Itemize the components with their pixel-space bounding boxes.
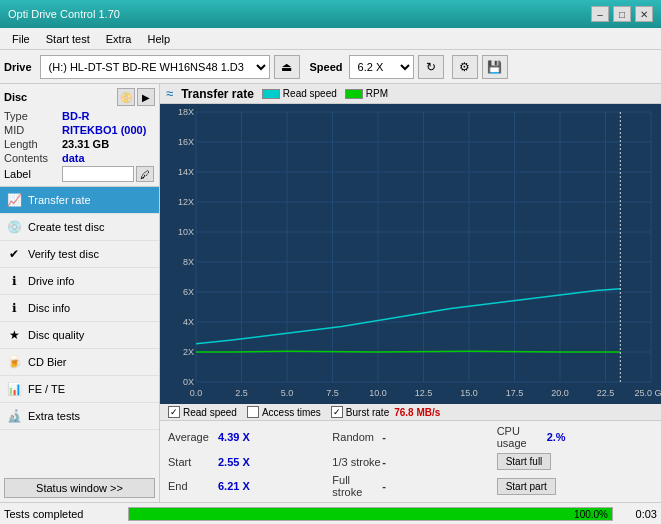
disc-icon-btn-1[interactable]: 📀	[117, 88, 135, 106]
fe-te-icon: 📊	[6, 381, 22, 397]
disc-icon-btn-2[interactable]: ▶	[137, 88, 155, 106]
refresh-button[interactable]: ↻	[418, 55, 444, 79]
eject-button[interactable]: ⏏	[274, 55, 300, 79]
label-label: Label	[4, 168, 62, 180]
toolbar: Drive (H:) HL-DT-ST BD-RE WH16NS48 1.D3 …	[0, 50, 661, 84]
nav-disc-quality[interactable]: ★ Disc quality	[0, 322, 159, 349]
cd-bier-icon: 🍺	[6, 354, 22, 370]
speed-label: Speed	[310, 61, 343, 73]
nav-drive-info-label: Drive info	[28, 275, 74, 287]
nav-verify-test-disc-label: Verify test disc	[28, 248, 99, 260]
title-bar: Opti Drive Control 1.70 – □ ✕	[0, 0, 661, 28]
menu-start-test[interactable]: Start test	[38, 31, 98, 47]
nav-fe-te[interactable]: 📊 FE / TE	[0, 376, 159, 403]
nav-cd-bier-label: CD Bier	[28, 356, 67, 368]
nav-extra-tests-label: Extra tests	[28, 410, 80, 422]
drive-select[interactable]: (H:) HL-DT-ST BD-RE WH16NS48 1.D3	[40, 55, 270, 79]
start-part-button[interactable]: Start part	[497, 478, 556, 495]
menu-file[interactable]: File	[4, 31, 38, 47]
nav-items: 📈 Transfer rate 💿 Create test disc ✔ Ver…	[0, 187, 159, 474]
access-times-checkbox[interactable]	[247, 406, 259, 418]
stat-one-third: 1/3 stroke -	[328, 451, 492, 472]
nav-verify-test-disc[interactable]: ✔ Verify test disc	[0, 241, 159, 268]
start-label: Start	[168, 456, 218, 468]
start-full-button[interactable]: Start full	[497, 453, 552, 470]
stat-end: End 6.21 X	[164, 472, 328, 500]
burst-rate-check-label: Burst rate	[346, 407, 389, 418]
legend-read-speed-label: Read speed	[283, 88, 337, 99]
full-stroke-label: Full stroke	[332, 474, 382, 498]
main-content: Disc 📀 ▶ Type BD-R MID RITEKBO1 (000) Le…	[0, 84, 661, 502]
stat-full-stroke: Full stroke -	[328, 472, 492, 500]
nav-transfer-rate[interactable]: 📈 Transfer rate	[0, 187, 159, 214]
legend-read-speed-color	[262, 89, 280, 99]
stat-average: Average 4.39 X	[164, 423, 328, 451]
type-value: BD-R	[62, 110, 90, 122]
disc-section: Disc 📀 ▶ Type BD-R MID RITEKBO1 (000) Le…	[0, 84, 159, 187]
nav-create-test-disc-label: Create test disc	[28, 221, 104, 233]
contents-value: data	[62, 152, 85, 164]
status-text: Tests completed	[4, 508, 124, 520]
transfer-rate-icon: 📈	[6, 192, 22, 208]
read-speed-check-label: Read speed	[183, 407, 237, 418]
access-times-check-label: Access times	[262, 407, 321, 418]
label-edit-btn[interactable]: 🖊	[136, 166, 154, 182]
verify-test-disc-icon: ✔	[6, 246, 22, 262]
menu-extra[interactable]: Extra	[98, 31, 140, 47]
length-value: 23.31 GB	[62, 138, 109, 150]
one-third-label: 1/3 stroke	[332, 456, 382, 468]
settings-button[interactable]: ⚙	[452, 55, 478, 79]
read-speed-check[interactable]: Read speed	[168, 406, 237, 418]
menu-help[interactable]: Help	[139, 31, 178, 47]
maximize-button[interactable]: □	[613, 6, 631, 22]
one-third-value: -	[382, 456, 437, 468]
cpu-value: 2.%	[547, 431, 602, 443]
progress-bar-container: 100.0%	[128, 507, 613, 521]
disc-title: Disc	[4, 91, 27, 103]
chart-header: ≈ Transfer rate Read speed RPM	[160, 84, 661, 104]
stat-start: Start 2.55 X	[164, 451, 328, 472]
close-button[interactable]: ✕	[635, 6, 653, 22]
right-panel: ≈ Transfer rate Read speed RPM Read spee…	[160, 84, 661, 502]
disc-quality-icon: ★	[6, 327, 22, 343]
nav-disc-info[interactable]: ℹ Disc info	[0, 295, 159, 322]
drive-info-icon: ℹ	[6, 273, 22, 289]
nav-create-test-disc[interactable]: 💿 Create test disc	[0, 214, 159, 241]
stat-start-part: Start part	[493, 472, 657, 500]
status-bar: Tests completed 100.0% 0:03	[0, 502, 661, 524]
nav-extra-tests[interactable]: 🔬 Extra tests	[0, 403, 159, 430]
label-input[interactable]	[62, 166, 134, 182]
stat-cpu: CPU usage 2.%	[493, 423, 657, 451]
nav-drive-info[interactable]: ℹ Drive info	[0, 268, 159, 295]
access-times-check[interactable]: Access times	[247, 406, 321, 418]
menu-bar: File Start test Extra Help	[0, 28, 661, 50]
save-button[interactable]: 💾	[482, 55, 508, 79]
full-stroke-value: -	[382, 480, 437, 492]
legend-row: Read speed Access times Burst rate 76.8 …	[160, 404, 661, 421]
chart-title: Transfer rate	[181, 87, 254, 101]
mid-label: MID	[4, 124, 62, 136]
create-test-disc-icon: 💿	[6, 219, 22, 235]
extra-tests-icon: 🔬	[6, 408, 22, 424]
window-controls: – □ ✕	[591, 6, 653, 22]
burst-rate-value: 76.8 MB/s	[394, 407, 440, 418]
drive-label: Drive	[4, 61, 32, 73]
end-value: 6.21 X	[218, 480, 273, 492]
status-timer: 0:03	[617, 508, 657, 520]
minimize-button[interactable]: –	[591, 6, 609, 22]
legend-rpm-color	[345, 89, 363, 99]
legend-rpm: RPM	[345, 88, 388, 99]
burst-rate-check[interactable]: Burst rate 76.8 MB/s	[331, 406, 441, 418]
burst-rate-checkbox[interactable]	[331, 406, 343, 418]
progress-text: 100.0%	[574, 508, 608, 522]
legend-read-speed: Read speed	[262, 88, 337, 99]
status-window-button[interactable]: Status window >>	[4, 478, 155, 498]
nav-cd-bier[interactable]: 🍺 CD Bier	[0, 349, 159, 376]
read-speed-checkbox[interactable]	[168, 406, 180, 418]
stat-random: Random -	[328, 423, 492, 451]
nav-disc-info-label: Disc info	[28, 302, 70, 314]
nav-fe-te-label: FE / TE	[28, 383, 65, 395]
length-label: Length	[4, 138, 62, 150]
speed-select[interactable]: 6.2 X	[349, 55, 414, 79]
random-value: -	[382, 431, 437, 443]
